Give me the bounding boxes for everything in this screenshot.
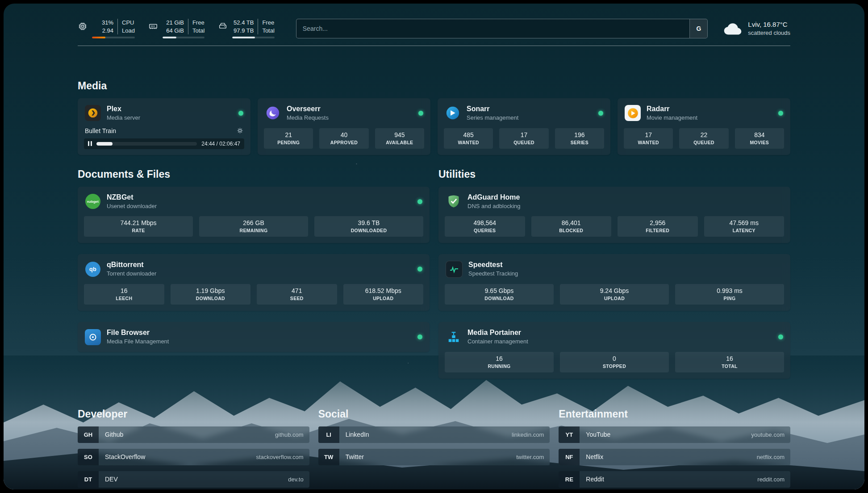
bookmark-stackoverflow[interactable]: SO StackOverflow stackoverflow.com (78, 449, 309, 465)
stat-adguard-latency: 47.569 msLATENCY (704, 216, 785, 237)
app-desc-sonarr: Series management (467, 114, 518, 122)
app-name-portainer: Media Portainer (467, 328, 528, 338)
status-dot-qbittorrent (417, 267, 422, 272)
section-title-documents: Documents & Files (78, 168, 430, 180)
app-desc-radarr: Movie management (647, 114, 697, 122)
bookmark-github[interactable]: GH Github github.com (78, 426, 309, 443)
gear-icon[interactable] (237, 127, 243, 134)
app-desc-adguard: DNS and adblocking (467, 203, 521, 210)
bookmark-group-entertainment: Entertainment YT YouTube youtube.com NF … (559, 408, 790, 489)
stat-speedtest-download: 9.65 GbpsDOWNLOAD (445, 284, 554, 305)
stat-nzbget-downloaded: 39.6 TBDOWNLOADED (314, 216, 423, 237)
app-name-qbittorrent: qBittorrent (107, 260, 156, 270)
speedtest-icon (446, 261, 463, 278)
header-divider (78, 46, 790, 46)
bookmark-dev[interactable]: DT DEV dev.to (78, 471, 309, 488)
stat-nzbget-remaining: 266 GBREMAINING (199, 216, 308, 237)
stat-portainer-running: 16RUNNING (445, 352, 554, 372)
app-name-overseerr: Overseerr (287, 104, 329, 114)
stat-sonarr-wanted: 485WANTED (444, 128, 493, 149)
app-link-radarr[interactable]: Radarr Movie management (618, 98, 790, 128)
section-title-utilities: Utilities (438, 168, 790, 180)
app-link-filebrowser[interactable]: File Browser Media File Management (78, 322, 430, 352)
memory-label-2: Total (192, 27, 204, 35)
bookmark-twitter[interactable]: TW Twitter twitter.com (318, 449, 550, 465)
disk-total: 97.9 TB (234, 27, 254, 35)
stat-nzbget-rate: 744.21 MbpsRATE (84, 216, 193, 237)
app-link-qbittorrent[interactable]: qb qBittorrent Torrent downloader (78, 254, 430, 284)
bookmark-reddit[interactable]: RE Reddit reddit.com (559, 471, 790, 488)
memory-widget: 21 GiB 64 GiB Free Total (148, 19, 204, 38)
section-title-developer: Developer (78, 408, 309, 420)
search-bar: G (296, 19, 708, 38)
pause-icon[interactable] (88, 141, 92, 146)
app-card-radarr: Radarr Movie management 17WANTED 22QUEUE… (618, 98, 790, 155)
app-link-portainer[interactable]: Media Portainer Container management (438, 322, 790, 352)
stat-speedtest-upload: 9.24 GbpsUPLOAD (560, 284, 669, 305)
app-card-qbittorrent: qb qBittorrent Torrent downloader 16LEEC… (78, 254, 430, 311)
app-link-adguard[interactable]: AdGuard Home DNS and adblocking (438, 187, 790, 217)
memory-icon (148, 21, 158, 31)
bookmark-youtube[interactable]: YT YouTube youtube.com (559, 426, 790, 443)
plex-progress-track[interactable] (96, 142, 197, 146)
memory-free: 21 GiB (166, 19, 184, 27)
stat-sonarr-series: 196SERIES (555, 128, 604, 149)
cpu-progress-bar (92, 37, 135, 38)
bookmark-linkedin[interactable]: LI LinkedIn linkedin.com (318, 426, 550, 443)
disk-label-1: Free (262, 19, 274, 27)
bookmark-netflix[interactable]: NF Netflix netflix.com (559, 449, 790, 465)
status-dot-nzbget (417, 199, 422, 204)
bookmark-abbr-youtube: YT (559, 426, 580, 443)
bookmark-abbr-dev: DT (78, 471, 99, 488)
cpu-label-1: CPU (122, 19, 135, 27)
stat-qbit-seed: 471SEED (257, 284, 337, 305)
disk-progress-bar (232, 37, 274, 38)
section-utilities: Utilities (438, 168, 790, 379)
app-name-nzbget: NZBGet (107, 193, 157, 202)
app-desc-plex: Media server (107, 114, 140, 122)
bookmark-abbr-github: GH (78, 426, 99, 443)
app-link-sonarr[interactable]: Sonarr Series management (438, 98, 610, 128)
dashboard-screen: 31% 2.94 CPU Load (4, 4, 864, 489)
stat-adguard-filtered: 2,956FILTERED (618, 216, 698, 237)
app-card-speedtest: Speedtest Speedtest Tracking 9.65 GbpsDO… (438, 254, 790, 311)
app-desc-portainer: Container management (467, 338, 528, 346)
status-dot-sonarr (598, 111, 603, 116)
cpu-load: 2.94 (102, 27, 113, 35)
search-provider-button[interactable]: G (689, 19, 707, 38)
app-card-nzbget: nzbget NZBGet Usenet downloader 744.21 M… (78, 187, 430, 243)
bookmark-group-social: Social LI LinkedIn linkedin.com TW Twitt… (318, 408, 550, 471)
plex-progress-fill (96, 142, 113, 146)
app-desc-nzbget: Usenet downloader (107, 203, 157, 210)
qbittorrent-icon: qb (85, 261, 101, 277)
app-link-nzbget[interactable]: nzbget NZBGet Usenet downloader (78, 187, 430, 217)
plex-now-playing: Bullet Train (85, 127, 116, 134)
app-link-overseerr[interactable]: Overseerr Media Requests (258, 98, 430, 128)
disk-label-2: Total (262, 27, 274, 35)
bookmark-abbr-stackoverflow: SO (78, 449, 99, 465)
app-desc-speedtest: Speedtest Tracking (468, 270, 518, 278)
cpu-widget: 31% 2.94 CPU Load (78, 19, 135, 38)
sonarr-icon (445, 105, 461, 121)
disk-icon (218, 21, 228, 31)
stat-qbit-download: 1.19 GbpsDOWNLOAD (171, 284, 251, 305)
app-card-sonarr: Sonarr Series management 485WANTED 17QUE… (438, 98, 610, 155)
stat-radarr-wanted: 17WANTED (624, 128, 673, 149)
stat-speedtest-ping: 0.993 msPING (675, 284, 784, 305)
status-dot-overseerr (418, 111, 423, 116)
app-name-sonarr: Sonarr (467, 104, 518, 114)
stat-adguard-blocked: 86,401BLOCKED (531, 216, 612, 237)
radarr-icon (625, 105, 641, 121)
disk-widget: 52.4 TB 97.9 TB Free Total (218, 19, 274, 38)
app-card-overseerr: Overseerr Media Requests 21PENDING 40APP… (258, 98, 430, 155)
memory-label-1: Free (192, 19, 204, 27)
app-link-plex[interactable]: Plex Media server (78, 98, 250, 128)
app-link-speedtest[interactable]: Speedtest Speedtest Tracking (438, 254, 790, 284)
top-bar: 31% 2.94 CPU Load (78, 19, 790, 38)
disk-free: 52.4 TB (234, 19, 254, 27)
app-name-radarr: Radarr (647, 104, 697, 114)
memory-progress-bar (163, 37, 204, 38)
status-dot-plex (238, 111, 243, 116)
section-media: Media Plex (78, 80, 790, 155)
search-input[interactable] (296, 19, 689, 38)
